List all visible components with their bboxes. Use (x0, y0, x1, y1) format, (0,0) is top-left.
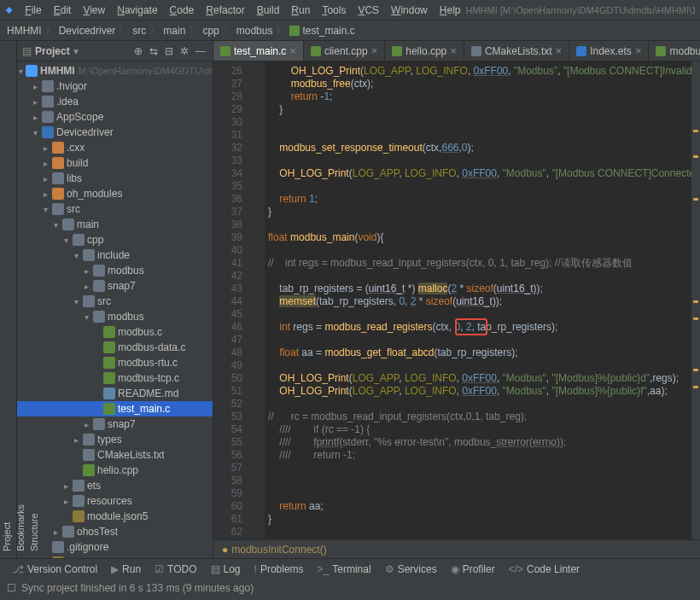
folder-icon (42, 111, 54, 123)
menu-run[interactable]: Run (286, 3, 315, 18)
folder-icon (73, 480, 85, 492)
editor-area: test_main.c×client.cpp×hello.cpp×CMakeLi… (213, 41, 700, 558)
close-tab-icon[interactable]: × (635, 44, 642, 57)
menu-refactor[interactable]: Refactor (201, 3, 249, 18)
tree-item[interactable]: snap7 (17, 278, 213, 294)
tree-item[interactable]: modbus (17, 309, 213, 324)
tree-item[interactable]: modbus (17, 263, 213, 278)
tree-item[interactable]: modbus-rtu.c (17, 355, 213, 370)
code-editor[interactable]: 26 27 28 29 30 31 32 33 34 35 36 37 38 3… (213, 61, 700, 539)
tree-item[interactable]: ets (17, 478, 213, 493)
tree-item[interactable]: .gitignore (17, 539, 213, 555)
bottom-tab-problems[interactable]: !Problems (249, 562, 309, 577)
folder-icon (73, 234, 85, 246)
hide-icon[interactable]: — (195, 45, 207, 57)
close-tab-icon[interactable]: × (450, 44, 457, 57)
editor-tab[interactable]: client.cpp× (304, 41, 385, 61)
file-icon (656, 46, 666, 56)
menu-navigate[interactable]: Navigate (112, 3, 162, 18)
folder-icon (83, 434, 95, 446)
close-tab-icon[interactable]: × (289, 44, 296, 57)
editor-tab[interactable]: hello.cpp× (385, 41, 464, 61)
tree-item[interactable]: snap7 (17, 417, 213, 432)
tree-item[interactable]: test_main.c (17, 401, 213, 417)
menu-code[interactable]: Code (165, 3, 200, 18)
tree-item[interactable]: CMakeLists.txt (17, 447, 213, 463)
bottom-tab-terminal[interactable]: >_Terminal (312, 562, 376, 577)
tree-item[interactable]: types (17, 432, 213, 447)
tree-item[interactable]: .cxx (17, 140, 213, 155)
gutter-tab-bookmarks[interactable]: Bookmarks (14, 41, 27, 558)
bottom-tab-log[interactable]: ▤Log (206, 562, 246, 577)
menu-file[interactable]: File (20, 3, 46, 18)
menu-tools[interactable]: Tools (317, 3, 351, 18)
menu-edit[interactable]: Edit (49, 3, 77, 18)
editor-tab[interactable]: test_main.c× (213, 41, 304, 61)
gutter-tab-project[interactable]: Project (0, 41, 14, 558)
tree-item[interactable]: cpp (17, 232, 213, 248)
tree-item[interactable]: README.md (17, 386, 213, 401)
folder-icon (93, 265, 105, 277)
tree-item[interactable]: modbus-tcp.c (17, 370, 213, 386)
tree-item[interactable]: src (17, 294, 213, 309)
tree-item[interactable]: oh_modules (17, 186, 213, 201)
folder-icon (42, 96, 54, 108)
tree-item[interactable]: src (17, 201, 213, 217)
breadcrumb-item[interactable]: HMHMI (7, 25, 42, 37)
tree-item[interactable]: modbus-data.c (17, 340, 213, 355)
breadcrumb-item[interactable]: Devicedriver (59, 25, 116, 37)
settings-icon[interactable]: ✲ (180, 45, 192, 57)
menu-window[interactable]: Window (386, 3, 433, 18)
tree-item[interactable]: main (17, 217, 213, 232)
tree-item[interactable]: ohosTest (17, 524, 213, 539)
tree-item[interactable]: .hvigor (17, 79, 213, 94)
editor-tab[interactable]: Index.ets× (569, 41, 649, 61)
tree-item[interactable]: build (17, 155, 213, 171)
scrollbar-track[interactable] (691, 61, 700, 539)
breadcrumb-item[interactable]: src (132, 25, 146, 37)
breadcrumb-item[interactable]: modbus (236, 25, 273, 37)
breadcrumb-item[interactable]: cpp (202, 25, 219, 37)
file-js-icon (73, 510, 85, 522)
bottom-tab-version-control[interactable]: ⎇Version Control (7, 562, 102, 577)
menu-build[interactable]: Build (252, 3, 285, 18)
locate-icon[interactable]: ⊕ (134, 45, 146, 57)
file-c-icon (103, 357, 115, 369)
tree-item[interactable]: libs (17, 171, 213, 186)
warning-icon: ● (222, 544, 228, 556)
tree-item[interactable]: .idea (17, 94, 213, 109)
tree-item[interactable]: resources (17, 493, 213, 509)
tree-item[interactable]: AppScope (17, 109, 213, 125)
breadcrumb-item[interactable]: test_main.c (289, 25, 354, 37)
close-tab-icon[interactable]: × (371, 44, 378, 57)
tree-item[interactable]: include (17, 248, 213, 263)
breadcrumb-item[interactable]: main (163, 25, 185, 37)
bottom-tab-services[interactable]: ⚙Services (380, 562, 442, 577)
bottom-tab-todo[interactable]: ☑TODO (149, 562, 201, 577)
bottom-tab-run[interactable]: ▶Run (106, 562, 146, 577)
app-logo-icon (5, 3, 13, 17)
tree-item[interactable]: modbus.c (17, 324, 213, 340)
tree-item[interactable]: hello.cpp (17, 463, 213, 478)
project-tree[interactable]: HMHMI M:\OpenHarmony\DM4GDTU\dmdtu\HM .h… (17, 61, 213, 558)
tree-root[interactable]: HMHMI M:\OpenHarmony\DM4GDTU\dmdtu\HM (17, 63, 213, 79)
folder-icon (93, 311, 105, 323)
collapse-icon[interactable]: ⊟ (165, 45, 177, 57)
bottom-tab-code-linter[interactable]: </>Code Linter (504, 562, 585, 577)
close-tab-icon[interactable]: × (556, 44, 563, 57)
gutter-tab-structure[interactable]: Structure (27, 41, 41, 558)
menu-vcs[interactable]: VCS (353, 3, 384, 18)
tree-item[interactable]: module.json5 (17, 509, 213, 524)
file-txt-icon (52, 541, 64, 553)
expand-icon[interactable]: ⇆ (149, 45, 161, 57)
tree-item[interactable]: build-profile.json5 (17, 555, 213, 558)
bottom-tab-profiler[interactable]: ◉Profiler (446, 562, 500, 577)
menu-help[interactable]: Help (435, 3, 466, 18)
code-content[interactable]: OH_LOG_Print(LOG_APP, LOG_INFO, 0xFF00, … (265, 61, 700, 539)
tree-item[interactable]: Devicedriver (17, 125, 213, 140)
folder-o-icon (52, 157, 64, 169)
file-c-icon (83, 464, 95, 476)
editor-tab[interactable]: CMakeLists.txt× (464, 41, 569, 61)
editor-tab[interactable]: modbus.c× (649, 41, 700, 61)
menu-view[interactable]: View (78, 3, 110, 18)
